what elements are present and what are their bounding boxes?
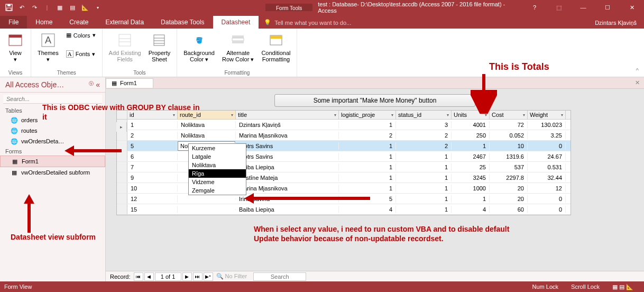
cell-weight[interactable]: 0 <box>528 206 566 213</box>
filter-dropdown-icon[interactable]: ▾ <box>391 113 393 117</box>
row-selector[interactable] <box>117 151 127 161</box>
signed-in-user[interactable]: Dzintars Kļaviņš <box>587 17 644 29</box>
record-position-input[interactable] <box>155 272 181 281</box>
cell-cost[interactable]: 72 <box>490 121 528 129</box>
nav-item-vworders[interactable]: 🌐vwOrdersDeta… <box>0 136 105 147</box>
themes-button[interactable]: A Themes▾ <box>35 31 61 63</box>
cell-weight[interactable]: 12 <box>528 185 566 192</box>
colors-button[interactable]: ▦ Colors ▾ <box>64 31 98 40</box>
view-button[interactable]: View▾ <box>4 31 26 63</box>
table-row[interactable]: 7 Baiba Liepiņa 1 1 25 537 0.531 <box>117 162 571 172</box>
cell-logistic[interactable]: 1 <box>339 153 396 160</box>
cell-cost[interactable]: 60 <box>490 206 528 213</box>
table-row[interactable]: 9 Kristīne Mateja 1 1 3245 2297.8 32.44 <box>117 172 571 183</box>
filter-dropdown-icon[interactable]: ▾ <box>485 113 487 117</box>
cell-id[interactable]: 6 <box>127 153 178 160</box>
tab-create[interactable]: Create <box>61 16 97 29</box>
cell-weight[interactable]: 0 <box>528 142 566 150</box>
prev-record-icon[interactable]: ◀ <box>144 272 154 281</box>
table-row[interactable]: 5 ▾ Pjotrs Savins 1 2 1 10 0 <box>117 141 571 151</box>
table-row[interactable]: 15 Baiba Liepiņa 4 1 4 60 0 <box>117 204 571 215</box>
undo-icon[interactable]: ↶ <box>16 2 27 13</box>
row-selector[interactable] <box>117 183 127 193</box>
shutter-icon[interactable]: « <box>96 80 100 89</box>
table-row[interactable]: 1 Noliktava Dzintars Kļaviņš 1 3 4001 72… <box>117 120 571 130</box>
conditional-formatting-button[interactable]: Conditional Formatting <box>259 31 292 63</box>
cell-route[interactable] <box>178 198 236 199</box>
nav-section-forms[interactable]: Forms⌃ <box>0 147 105 156</box>
cell-status[interactable]: 1 <box>396 195 452 203</box>
redo-icon[interactable]: ↷ <box>29 2 40 13</box>
tab-file[interactable]: File <box>0 16 27 29</box>
cell-id[interactable]: 5 <box>127 142 178 150</box>
dropdown-option[interactable]: Latgale <box>189 152 246 161</box>
chevron-down-icon[interactable]: ⓥ <box>89 80 94 89</box>
cell-title[interactable]: Baiba Liepiņa <box>236 163 339 171</box>
filter-dropdown-icon[interactable]: ▾ <box>523 113 525 117</box>
cell-units[interactable]: 1 <box>452 195 490 203</box>
cell-status[interactable]: 2 <box>396 132 452 139</box>
close-icon[interactable]: ✕ <box>620 0 644 15</box>
close-tab-icon[interactable]: ✕ <box>631 79 644 86</box>
cell-route[interactable]: Noliktava <box>178 121 236 129</box>
col-cost[interactable]: Cost▾ <box>490 111 528 119</box>
cell-title[interactable]: Marina Mjasnikova <box>236 132 339 139</box>
form-view-icon[interactable]: ▦ <box>54 2 66 13</box>
dropdown-option[interactable]: Kurzeme <box>189 144 246 152</box>
next-record-icon[interactable]: ▶ <box>182 272 192 281</box>
cell-title[interactable]: Marina Mjasnikova <box>236 185 339 192</box>
cell-status[interactable]: 1 <box>396 174 452 181</box>
cell-logistic[interactable]: 4 <box>339 206 396 213</box>
property-sheet-button[interactable]: Property Sheet <box>146 31 173 63</box>
cell-cost[interactable]: 10 <box>490 142 528 150</box>
cell-logistic[interactable]: 1 <box>339 142 396 150</box>
ribbon-display-icon[interactable]: ⬚ <box>547 0 571 15</box>
tab-home[interactable]: Home <box>27 16 61 29</box>
cell-units[interactable]: 3245 <box>452 174 490 181</box>
dropdown-option[interactable]: Rīga <box>189 169 246 178</box>
fonts-button[interactable]: A Fonts ▾ <box>64 49 98 59</box>
cell-units[interactable]: 4 <box>452 206 490 213</box>
cell-units[interactable]: 250 <box>452 132 490 139</box>
route-dropdown[interactable]: KurzemeLatgaleNoliktavaRīgaVidzemeZemgal… <box>188 143 246 195</box>
cell-weight[interactable]: 0.531 <box>528 163 566 171</box>
cell-cost[interactable]: 0.052 <box>490 132 528 139</box>
select-all-cell[interactable] <box>117 111 127 119</box>
nav-header[interactable]: All Access Obje… ⓥ« <box>0 77 105 93</box>
collapse-icon[interactable]: ⌃ <box>96 108 100 113</box>
cell-title[interactable]: Irina Savina <box>236 195 339 203</box>
cell-logistic[interactable]: 1 <box>339 121 396 129</box>
design-view-icon[interactable]: 📐 <box>79 2 91 13</box>
background-color-button[interactable]: 🪣 Background Color ▾ <box>181 31 217 63</box>
view-buttons[interactable]: ▦ ▤ 📐 <box>606 284 640 290</box>
cell-cost[interactable]: 20 <box>490 195 528 203</box>
cell-id[interactable]: 15 <box>127 206 178 213</box>
col-route-id[interactable]: route_id▾ <box>178 111 236 119</box>
filter-dropdown-icon[interactable]: ▾ <box>447 113 449 117</box>
collapse-ribbon-icon[interactable]: ^ <box>631 64 644 77</box>
save-icon[interactable] <box>3 2 15 13</box>
first-record-icon[interactable]: ⏮ <box>134 272 143 281</box>
cell-status[interactable]: 2 <box>396 142 452 150</box>
cell-logistic[interactable]: 1 <box>339 174 396 181</box>
cell-id[interactable]: 12 <box>127 195 178 203</box>
filter-dropdown-icon[interactable]: ▾ <box>561 113 563 117</box>
row-selector[interactable] <box>117 141 127 151</box>
cell-cost[interactable]: 1319.6 <box>490 153 528 160</box>
cell-status[interactable]: 1 <box>396 206 452 213</box>
table-row[interactable]: 10 Marina Mjasnikova 1 1 1000 20 12 <box>117 183 571 194</box>
cell-cost[interactable]: 537 <box>490 163 528 171</box>
cell-logistic[interactable]: 5 <box>339 195 396 203</box>
cell-units[interactable]: 1 <box>452 142 490 150</box>
cell-id[interactable]: 1 <box>127 121 178 129</box>
table-row[interactable]: 12 Irina Savina 5 1 1 20 0 <box>117 194 571 204</box>
table-row[interactable]: 6 Pjotrs Savins 1 1 2467 1319.6 24.67 <box>117 151 571 162</box>
cell-route[interactable] <box>178 209 236 210</box>
col-title[interactable]: title▾ <box>236 111 339 119</box>
row-selector[interactable] <box>117 194 127 204</box>
filter-dropdown-icon[interactable]: ▾ <box>173 113 175 117</box>
minimize-icon[interactable]: — <box>571 0 595 15</box>
cell-cost[interactable]: 2297.8 <box>490 174 528 181</box>
table-row[interactable]: 2 Noliktava Marina Mjasnikova 2 2 250 0.… <box>117 130 571 141</box>
help-icon[interactable]: ? <box>522 0 547 15</box>
